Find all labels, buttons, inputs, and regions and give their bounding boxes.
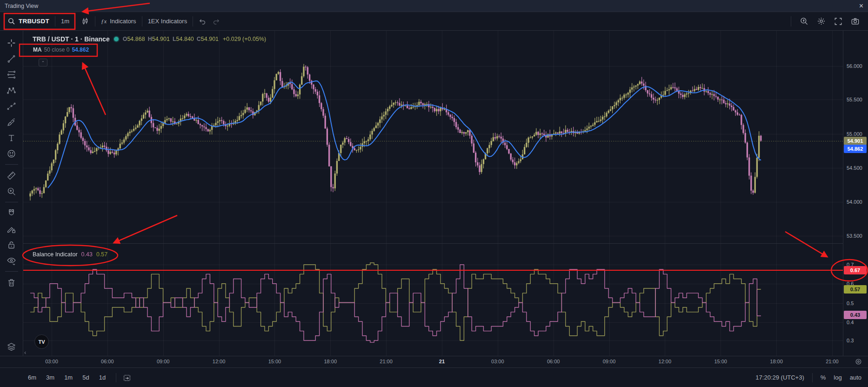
- price-badge-54.862: 54.862: [844, 145, 867, 153]
- brush-icon[interactable]: [6, 116, 17, 127]
- time-axis-label: 06:00: [547, 359, 560, 364]
- percent-scale-toggle[interactable]: %: [821, 374, 826, 381]
- toolbar-divider: [791, 16, 791, 27]
- scroll-left-hint[interactable]: ‹: [24, 349, 26, 356]
- price-axis-tick: 55.500: [847, 97, 862, 102]
- balance-indicator-legend[interactable]: Balance Indicator 0.43 0.57: [33, 251, 107, 258]
- ohlc-value: 54.840: [176, 36, 194, 42]
- forecast-icon[interactable]: [6, 100, 17, 112]
- goto-date-icon[interactable]: [123, 374, 131, 382]
- time-axis-label: 21:00: [826, 359, 839, 364]
- ma-params: 50 close 0: [44, 47, 70, 53]
- time-axis-label: 21:00: [380, 359, 393, 364]
- fullscreen-icon[interactable]: [834, 17, 842, 26]
- hide-drawings-icon[interactable]: [6, 255, 17, 266]
- range-buttons: 6m3m1m5d1d: [28, 374, 106, 381]
- ohlc-value: 54.901: [152, 36, 170, 42]
- range-button-1d[interactable]: 1d: [99, 374, 106, 381]
- time-axis-label: 03:00: [45, 359, 58, 364]
- log-scale-toggle[interactable]: log: [834, 374, 841, 381]
- close-icon[interactable]: ×: [859, 2, 863, 10]
- ma-legend[interactable]: MA 50 close 0 54.862: [31, 46, 91, 54]
- ohlc-values: O54.868H54.901L54.840C54.901: [123, 36, 219, 42]
- time-axis-label: 21: [439, 359, 445, 364]
- zoom-in-icon[interactable]: [6, 186, 17, 197]
- undo-button[interactable]: [193, 17, 212, 25]
- candles-icon: [81, 17, 89, 26]
- range-button-6m[interactable]: 6m: [28, 374, 36, 381]
- price-axis-tick: 56.000: [847, 63, 862, 69]
- ma-name: MA: [33, 47, 42, 53]
- ohlc-key: C: [197, 36, 201, 42]
- bottombar-divider: [116, 373, 116, 382]
- auto-scale-toggle[interactable]: auto: [850, 374, 861, 381]
- ex-indicators-button[interactable]: 1EX Indicators: [142, 18, 193, 25]
- time-axis[interactable]: 03:0006:0009:0012:0015:0018:0021:002103:…: [0, 356, 868, 367]
- legend-collapse-button[interactable]: ⌃: [39, 59, 47, 67]
- range-button-3m[interactable]: 3m: [46, 374, 54, 381]
- window-title: Trading View: [5, 3, 38, 9]
- drawing-toolbar: [0, 31, 23, 356]
- tv-logo[interactable]: TV: [34, 334, 49, 349]
- price-axis-tick: 0.4: [847, 320, 854, 325]
- clock-display[interactable]: 17:20:29 (UTC+3): [755, 374, 804, 381]
- time-axis-label: 12:00: [213, 359, 226, 364]
- indicators-button[interactable]: ƒx Indicators: [95, 18, 142, 25]
- axis-settings-gear-icon[interactable]: [855, 358, 862, 367]
- text-tool-icon[interactable]: [6, 132, 17, 143]
- ohlc-key: O: [123, 36, 127, 42]
- time-axis-label: 18:00: [324, 359, 337, 364]
- sidebar-divider: [5, 271, 18, 272]
- interval-button[interactable]: 1m: [55, 18, 75, 25]
- price-badge-54.901: 54.901: [844, 137, 867, 145]
- chart-style-button[interactable]: [75, 17, 95, 26]
- price-badge-0.67: 0.67: [844, 266, 867, 274]
- drawing-lock-icon[interactable]: [6, 223, 17, 234]
- crosshair-icon[interactable]: [6, 37, 17, 48]
- price-axis-tick: 0.3: [847, 338, 854, 343]
- symbol-name: TRBUSDT: [19, 18, 49, 25]
- ruler-icon[interactable]: [6, 170, 17, 181]
- indicators-label: Indicators: [110, 18, 136, 25]
- ohlc-key: L: [173, 36, 176, 42]
- ohlc-key: H: [148, 36, 152, 42]
- layers-icon[interactable]: [6, 341, 17, 352]
- price-axis-tick: 53.500: [847, 233, 862, 239]
- change-value: +0.029 (+0.05%): [223, 36, 266, 42]
- emoji-icon[interactable]: [6, 148, 17, 159]
- settings-gear-icon[interactable]: [817, 17, 826, 26]
- sidebar-divider: [5, 202, 18, 202]
- fx-icon: ƒx: [101, 18, 107, 25]
- bottombar-divider: [812, 373, 813, 382]
- trend-line-icon[interactable]: [6, 53, 17, 64]
- undo-icon: [199, 17, 207, 25]
- chart-canvas[interactable]: [23, 31, 843, 356]
- ohlc-value: 54.901: [201, 36, 219, 42]
- chart-area: TRB / USDT · 1 · Binance O54.868H54.901L…: [23, 31, 868, 356]
- indicator-pink-value: 0.43: [81, 251, 93, 258]
- titlebar: Trading View ×: [0, 0, 868, 12]
- symbol-legend[interactable]: TRB / USDT · 1 · Binance O54.868H54.901L…: [33, 35, 266, 43]
- price-badge-0.43: 0.43: [844, 311, 867, 319]
- redo-button[interactable]: [212, 17, 226, 25]
- symbol-search-button[interactable]: TRBUSDT: [5, 17, 55, 25]
- time-axis-label: 09:00: [603, 359, 616, 364]
- magnet-icon[interactable]: [6, 207, 17, 219]
- time-axis-label: 12:00: [659, 359, 672, 364]
- camera-icon[interactable]: [851, 17, 860, 26]
- time-axis-label: 09:00: [157, 359, 170, 364]
- search-icon: [7, 17, 15, 25]
- xabcd-pattern-icon[interactable]: [6, 85, 17, 96]
- price-axis[interactable]: 56.00055.50055.00054.50054.00053.5000.70…: [843, 31, 868, 356]
- interval-label: 1m: [61, 18, 69, 25]
- fib-lines-icon[interactable]: [6, 69, 17, 80]
- symbol-title: TRB / USDT · 1 · Binance: [33, 35, 110, 43]
- time-axis-label: 18:00: [770, 359, 783, 364]
- range-button-1m[interactable]: 1m: [64, 374, 73, 381]
- quick-search-icon[interactable]: [800, 17, 808, 26]
- range-button-5d[interactable]: 5d: [82, 374, 89, 381]
- trash-icon[interactable]: [6, 277, 17, 288]
- lock-all-icon[interactable]: [6, 239, 17, 250]
- price-axis-tick: 54.000: [847, 199, 862, 205]
- sidebar-divider: [5, 164, 18, 165]
